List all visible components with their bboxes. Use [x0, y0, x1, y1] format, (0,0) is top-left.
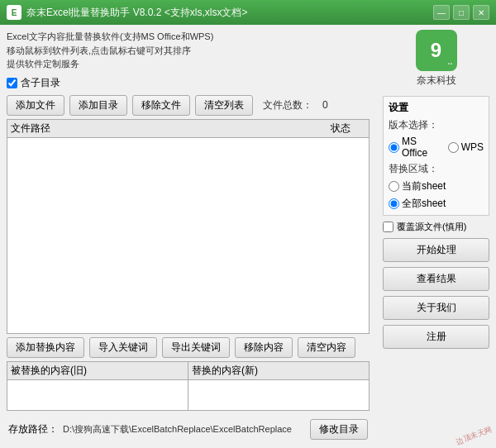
- path-label: 存放路径：: [8, 422, 58, 436]
- path-value: D:\搜狗高速下载\ExcelBatchReplace\ExcelBatchRe…: [63, 423, 305, 436]
- col-path-header: 文件路径: [11, 122, 316, 136]
- clear-table-button[interactable]: 清空列表: [195, 95, 253, 116]
- current-sheet-radio[interactable]: [389, 181, 399, 192]
- include-subdir-checkbox[interactable]: [7, 78, 17, 88]
- settings-title: 设置: [389, 101, 484, 115]
- clear-content-button[interactable]: 清空内容: [298, 337, 355, 358]
- cover-file-checkbox[interactable]: [383, 222, 393, 232]
- replace-area-label: 替换区域：: [389, 162, 484, 176]
- add-file-button[interactable]: 添加文件: [7, 95, 64, 116]
- logo-label: 奈末科技: [417, 74, 456, 88]
- about-button[interactable]: 关于我们: [383, 296, 489, 320]
- ms-office-label: MS Office: [402, 136, 441, 159]
- replace-area: 被替换的内容(旧) 替换的内容(新): [7, 361, 370, 411]
- add-dir-button[interactable]: 添加目录: [69, 95, 127, 116]
- logo-icon: 9 ..: [416, 30, 457, 71]
- close-button[interactable]: ✕: [473, 5, 489, 20]
- file-table: 文件路径 状态: [7, 119, 370, 335]
- app-title: 奈末Excel批量替换助手 V8.0.2 <支持xls,xlsx文档>: [26, 6, 247, 20]
- current-sheet-label: 当前sheet: [402, 179, 446, 193]
- change-dir-button[interactable]: 修改目录: [310, 419, 368, 440]
- watermark: 边顶未天网: [455, 425, 494, 448]
- view-result-button[interactable]: 查看结果: [383, 267, 489, 291]
- include-subdir-label: 含子目录: [21, 76, 60, 90]
- cover-file-label: 覆盖源文件(慎用): [397, 221, 466, 233]
- file-table-body[interactable]: [7, 138, 369, 334]
- all-sheet-radio[interactable]: [389, 198, 399, 209]
- new-content-body[interactable]: [188, 380, 369, 410]
- wps-label: WPS: [461, 141, 484, 153]
- old-content-body[interactable]: [7, 380, 188, 410]
- wps-radio[interactable]: [448, 142, 459, 153]
- col-status-header: 状态: [316, 122, 365, 136]
- start-process-button[interactable]: 开始处理: [383, 238, 489, 262]
- all-sheet-label: 全部sheet: [402, 197, 446, 211]
- file-count-value: 0: [322, 99, 328, 111]
- ms-office-radio[interactable]: [389, 142, 399, 153]
- remove-file-button[interactable]: 移除文件: [132, 95, 190, 116]
- info-text: Excel文字内容批量替换软件(支持MS Office和WPS) 移动鼠标到软件…: [7, 30, 370, 71]
- maximize-button[interactable]: □: [453, 5, 470, 20]
- old-content-header: 被替换的内容(旧): [7, 362, 188, 380]
- import-keywords-button[interactable]: 导入关键词: [89, 337, 157, 358]
- app-icon: E: [7, 5, 21, 20]
- export-keywords-button[interactable]: 导出关键词: [162, 337, 230, 358]
- add-replace-button[interactable]: 添加替换内容: [7, 337, 84, 358]
- file-count-label: 文件总数：: [263, 98, 312, 112]
- new-content-header: 替换的内容(新): [188, 362, 369, 380]
- move-content-button[interactable]: 移除内容: [235, 337, 293, 358]
- title-bar: E 奈末Excel批量替换助手 V8.0.2 <支持xls,xlsx文档> — …: [0, 0, 496, 25]
- minimize-button[interactable]: —: [433, 5, 450, 20]
- version-label: 版本选择：: [389, 118, 484, 132]
- register-button[interactable]: 注册: [383, 325, 489, 349]
- settings-box: 设置 版本选择： MS Office WPS 替换区域： 当前sheet: [383, 96, 489, 216]
